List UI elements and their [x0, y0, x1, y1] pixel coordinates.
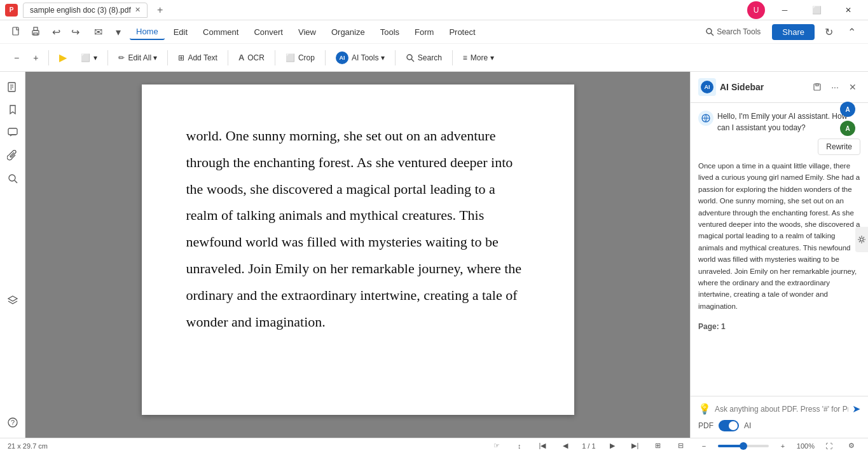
- menu-item-organize[interactable]: Organize: [325, 25, 371, 39]
- ai-bulb-icon: 💡: [698, 403, 711, 415]
- sidebar-icon-layers[interactable]: [3, 290, 23, 311]
- sync-icon[interactable]: ↻: [820, 23, 837, 41]
- ocr-button[interactable]: A OCR: [232, 50, 271, 65]
- status-select-icon[interactable]: ↕: [511, 437, 528, 454]
- zoom-in-button[interactable]: +: [27, 50, 45, 66]
- edit-icon: ✏: [118, 53, 125, 62]
- ocr-icon: A: [238, 53, 244, 62]
- status-bar: 21 x 29.7 cm ☞ ↕ |◀ ◀ 1 / 1 ▶ ▶| ⊞ ⊟ − +…: [0, 438, 868, 453]
- expand-icon[interactable]: ⌃: [843, 23, 860, 41]
- search-tools-button[interactable]: Search Tools: [699, 25, 767, 39]
- sidebar-icon-help[interactable]: ?: [3, 412, 23, 433]
- status-fullscreen[interactable]: ⛶: [820, 437, 837, 454]
- ai-tools-button[interactable]: AI AI Tools ▾: [329, 48, 391, 67]
- select-button[interactable]: ⬜ ▾: [74, 50, 104, 65]
- ai-content-text: Once upon a time in a quaint little vill…: [698, 160, 860, 312]
- search-icon: [705, 27, 714, 36]
- ai-green-badge[interactable]: A: [840, 121, 855, 136]
- minimize-button[interactable]: ─: [770, 0, 799, 20]
- menu-item-comment[interactable]: Comment: [196, 25, 245, 39]
- ai-input-row: 💡 ➤: [698, 403, 860, 415]
- ai-toggle-row: PDF AI: [698, 420, 860, 431]
- crop-button[interactable]: ⬜ Crop: [279, 50, 321, 65]
- separator-1: [48, 50, 49, 65]
- search-btn-icon: [406, 53, 415, 62]
- more-button[interactable]: ≡ More ▾: [457, 50, 500, 65]
- search-button[interactable]: Search: [399, 50, 448, 65]
- print-icon[interactable]: [27, 23, 45, 41]
- highlight-icon: ▶: [59, 51, 67, 64]
- menu-item-home[interactable]: Home: [130, 24, 165, 40]
- email-icon[interactable]: ✉: [89, 23, 107, 41]
- menu-item-convert[interactable]: Convert: [247, 25, 289, 39]
- ai-label: AI: [744, 421, 751, 430]
- undo-button[interactable]: ↩: [47, 23, 65, 41]
- status-zoom-out[interactable]: −: [695, 437, 713, 454]
- page-dimensions: 21 x 29.7 cm: [8, 442, 48, 450]
- sidebar-icon-search[interactable]: [3, 168, 23, 189]
- ai-side-badges: A A: [840, 103, 855, 136]
- menu-item-tools[interactable]: Tools: [374, 25, 406, 39]
- svg-point-4: [706, 29, 712, 34]
- status-first-page[interactable]: |◀: [534, 437, 551, 454]
- sidebar-icon-attach[interactable]: [3, 145, 23, 166]
- file-icon[interactable]: [8, 23, 25, 41]
- undo-redo: ↩ ↪: [47, 23, 84, 41]
- ai-more-icon[interactable]: ···: [827, 79, 843, 95]
- add-text-button[interactable]: ⊞ Add Text: [172, 50, 223, 65]
- zoom-slider-knob[interactable]: [740, 442, 747, 450]
- window-controls: ─ ⬜ ✕: [770, 0, 863, 20]
- sidebar-icon-bookmark[interactable]: [3, 100, 23, 120]
- add-text-label: Add Text: [188, 53, 217, 62]
- menu-item-view[interactable]: View: [292, 25, 322, 39]
- tab-title: sample english doc (3) (8).pdf: [30, 6, 131, 15]
- window-avatar: U: [747, 1, 765, 19]
- ai-settings-icon[interactable]: [855, 227, 868, 252]
- menu-item-edit[interactable]: Edit: [167, 25, 194, 39]
- status-fit-page[interactable]: ⊞: [649, 437, 667, 454]
- status-zoom-in[interactable]: +: [774, 437, 792, 454]
- status-last-page[interactable]: ▶|: [626, 437, 644, 454]
- status-next-page[interactable]: ▶: [603, 437, 621, 454]
- sidebar-icon-comment[interactable]: [3, 123, 23, 143]
- ai-input-field[interactable]: [715, 405, 848, 414]
- ai-close-icon[interactable]: ✕: [845, 79, 860, 95]
- ai-sidebar: AI AI Sidebar ··· ✕ Hello, I'm Emily: [690, 72, 868, 438]
- edit-all-label: Edit All ▾: [128, 53, 157, 62]
- new-tab-button[interactable]: +: [153, 3, 168, 18]
- select-dropdown: ▾: [93, 53, 97, 62]
- sidebar-icon-pages[interactable]: [3, 77, 23, 97]
- separator-8: [452, 50, 453, 65]
- more-icon: ≡: [463, 53, 467, 62]
- close-button[interactable]: ✕: [834, 0, 863, 20]
- dropdown-icon[interactable]: ▾: [109, 23, 127, 41]
- status-fit-width[interactable]: ⊟: [672, 437, 690, 454]
- ai-header-icons: ··· ✕: [809, 79, 860, 95]
- active-tab[interactable]: sample english doc (3) (8).pdf ✕: [23, 3, 148, 18]
- pdf-area[interactable]: world. One sunny morning, she set out on…: [25, 72, 690, 438]
- menu-item-protect[interactable]: Protect: [443, 25, 481, 39]
- tab-close-icon[interactable]: ✕: [135, 6, 141, 14]
- status-prev-page[interactable]: ◀: [556, 437, 574, 454]
- ai-translate-icon: [698, 111, 713, 126]
- edit-all-button[interactable]: ✏ Edit All ▾: [112, 50, 163, 65]
- ai-send-button[interactable]: ➤: [852, 403, 860, 415]
- ai-save-icon[interactable]: [809, 79, 825, 95]
- ai-blue-badge[interactable]: A: [840, 103, 855, 117]
- more-label: More ▾: [471, 53, 494, 62]
- highlight-button[interactable]: ▶: [53, 48, 73, 67]
- status-cursor-icon[interactable]: ☞: [488, 437, 506, 454]
- zoom-out-button[interactable]: −: [8, 50, 25, 66]
- share-button[interactable]: Share: [772, 24, 815, 40]
- title-bar-left: P sample english doc (3) (8).pdf ✕ +: [5, 3, 168, 18]
- rewrite-button[interactable]: Rewrite: [818, 139, 860, 155]
- svg-rect-18: [814, 84, 820, 90]
- status-settings[interactable]: ⚙: [843, 437, 860, 454]
- zoom-slider[interactable]: [718, 445, 769, 447]
- redo-button[interactable]: ↪: [66, 23, 84, 41]
- menu-item-form[interactable]: Form: [408, 25, 440, 39]
- pdf-toggle[interactable]: [719, 420, 739, 431]
- user-avatar[interactable]: U: [747, 1, 765, 19]
- toolbar-area: ↩ ↪ ✉ ▾ Home Edit Comment Convert View O…: [0, 20, 868, 72]
- restore-button[interactable]: ⬜: [802, 0, 831, 20]
